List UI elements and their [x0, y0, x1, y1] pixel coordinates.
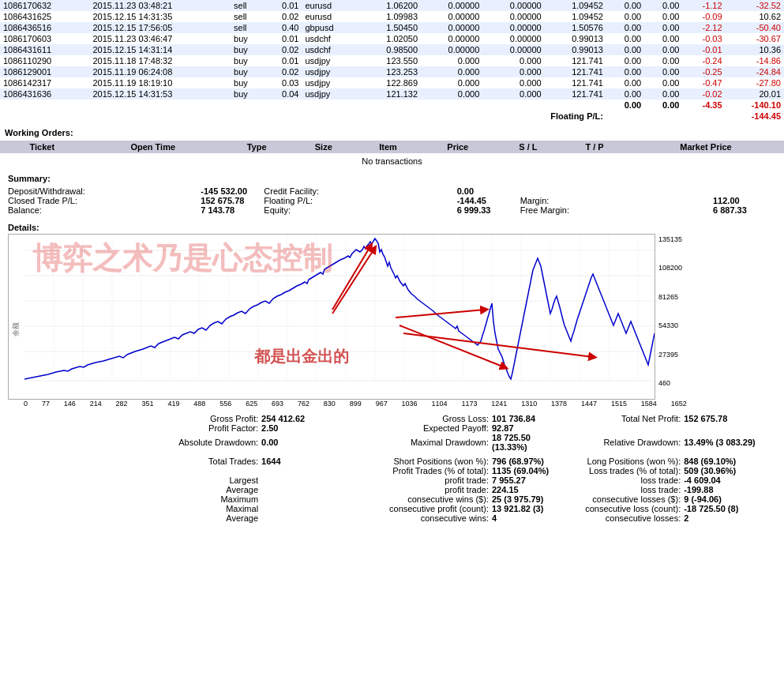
x-label: 1378	[551, 400, 567, 408]
consec-loss-label: consecutive loss (count):	[568, 504, 684, 513]
x-label: 146	[64, 400, 76, 408]
gross-loss-label: Gross Loss:	[338, 414, 492, 423]
working-orders-header: TicketOpen TimeTypeSizeItemPriceS / LT /…	[0, 141, 784, 153]
x-label: 830	[324, 400, 336, 408]
avg-consec-losses-label: consecutive losses:	[568, 513, 684, 523]
wo-column-header: Open Time	[84, 141, 222, 153]
total-net-profit-label: Total Net Profit:	[568, 414, 684, 423]
consec-loss-value: -18 725.50 (8)	[684, 504, 776, 513]
trade-row: 1086110290 2015.11.18 17:48:32 buy 0.01 …	[0, 55, 784, 66]
summary-row-2: Closed Trade P/L: 152 675.78 Floating P/…	[8, 196, 776, 205]
largest-label: Largest	[8, 475, 261, 485]
y-axis-label: 余额	[11, 322, 21, 336]
stats-row-factor: Profit Factor: 2.50 Expected Payoff: 92.…	[8, 423, 776, 433]
floating-pl-label: Floating P/L:	[264, 196, 313, 205]
maximal-label: Maximal	[8, 504, 261, 513]
wo-column-header: Market Price	[628, 141, 784, 153]
stats-row-maximal: Maximal consecutive profit (count): 13 9…	[8, 504, 776, 513]
wo-column-header: Size	[291, 141, 355, 153]
consec-profit-label: consecutive profit (count):	[338, 504, 492, 513]
chart-wrapper: 余额	[8, 234, 776, 400]
consec-profit-value: 13 921.82 (3)	[492, 504, 568, 513]
chart-container: 余额	[8, 234, 655, 400]
y-label-2: 108200	[658, 264, 682, 272]
x-label: 488	[193, 400, 205, 408]
deposit-row: Deposit/Withdrawal: -145 532.00	[8, 186, 264, 196]
profit-trade-value: 7 955.27	[492, 475, 568, 485]
total-trades-label: Total Trades:	[8, 457, 261, 466]
floating-pl-row: Floating P/L: -144.45	[0, 111, 784, 122]
consec-losses-s-value: 9 (-94.06)	[684, 494, 776, 504]
x-label: 1447	[581, 400, 597, 408]
credit-value: 0.00	[457, 186, 520, 196]
deposit-label: Deposit/Withdrawal:	[8, 186, 85, 196]
average2-label: Average	[8, 513, 261, 523]
consec-losses-s-label: consecutive losses ($):	[568, 494, 684, 504]
free-margin-value: 6 887.33	[713, 205, 776, 215]
profit-trades-value: 1135 (69.04%)	[492, 466, 568, 475]
stats-row-average2: Average consecutive wins: 4 consecutive …	[8, 513, 776, 523]
free-margin-label: Free Margin:	[520, 205, 569, 215]
trade-row: 1086431636 2015.12.15 14:31:53 buy 0.04 …	[0, 88, 784, 100]
x-label: 693	[272, 400, 283, 408]
chart-svg	[24, 235, 655, 393]
stats-row-profit-trades: Profit Trades (% of total): 1135 (69.04%…	[8, 466, 776, 475]
expected-payoff-label: Expected Payoff:	[338, 423, 492, 433]
x-label: 77	[42, 400, 50, 408]
avg-consec-wins-value: 4	[492, 513, 568, 523]
x-label: 899	[350, 400, 362, 408]
wo-column-header: Ticket	[0, 141, 84, 153]
details-section: Details: 余额	[0, 220, 784, 411]
gross-profit-value: 254 412.62	[261, 414, 338, 423]
equity-label: Equity:	[264, 205, 291, 215]
x-label: 351	[142, 400, 154, 408]
trade-row: 1086142317 2015.11.19 18:19:10 buy 0.03 …	[0, 77, 784, 88]
avg-profit-trade-value: 224.15	[492, 485, 568, 494]
x-label: 1652	[671, 400, 687, 408]
working-orders-section: Working Orders: TicketOpen TimeTypeSizeI…	[0, 122, 784, 169]
profit-trades-label: Profit Trades (% of total):	[338, 466, 492, 475]
trade-row: 1086431611 2015.12.15 14:31:14 buy 0.02 …	[0, 44, 784, 55]
consec-wins-s-value: 25 (3 975.79)	[492, 494, 568, 504]
loss-trades-label: Loss trades (% of total):	[568, 466, 684, 475]
stats-row-maximum: Maximum consecutive wins ($): 25 (3 975.…	[8, 494, 776, 504]
x-label: 1241	[491, 400, 507, 408]
short-positions-label: Short Positions (won %):	[338, 457, 492, 466]
stats-row-largest: Largest profit trade: 7 955.27 loss trad…	[8, 475, 776, 485]
x-label: 214	[90, 400, 102, 408]
maximum-label: Maximum	[8, 494, 261, 504]
expected-payoff-value: 92.87	[492, 423, 568, 433]
abs-drawdown-value: 0.00	[261, 433, 338, 452]
stats-row-trades: Total Trades: 1644 Short Positions (won …	[8, 457, 776, 466]
x-label: 0	[24, 400, 28, 408]
floating-pl-value: -144.45	[457, 196, 520, 205]
abs-drawdown-label: Absolute Drawdown:	[8, 433, 261, 452]
y-label-3: 81265	[658, 293, 682, 301]
trades-table: 1086170632 2015.11.23 03:48:21 sell 0.01…	[0, 0, 784, 122]
summary-title: Summary:	[8, 174, 776, 183]
y-axis-labels: 135135 108200 81265 54330 27395 460	[655, 234, 682, 400]
balance-value: 7 143.78	[201, 205, 264, 215]
x-label: 282	[116, 400, 128, 408]
margin-row: Margin: 112.00	[520, 196, 776, 205]
y-label-1: 135135	[658, 235, 682, 243]
average-label: Average	[8, 485, 261, 494]
rel-drawdown-value: 13.49% (3 083.29)	[684, 433, 776, 452]
equity-value: 6 999.33	[457, 205, 520, 215]
stats-section: Gross Profit: 254 412.62 Gross Loss: 101…	[0, 411, 784, 526]
wo-column-header: S / L	[495, 141, 561, 153]
trade-row: 1086431625 2015.12.15 14:31:35 sell 0.02…	[0, 11, 784, 22]
margin-label: Margin:	[520, 196, 550, 205]
avg-profit-trade-label: profit trade:	[338, 485, 492, 494]
consec-wins-s-label: consecutive wins ($):	[338, 494, 492, 504]
gross-loss-value: 101 736.84	[492, 414, 568, 423]
x-label: 419	[167, 400, 179, 408]
rel-drawdown-label: Relative Drawdown:	[568, 433, 684, 452]
profit-factor-label: Profit Factor:	[8, 423, 261, 433]
stats-row-average: Average profit trade: 224.15 loss trade:…	[8, 485, 776, 494]
x-label: 967	[376, 400, 388, 408]
trade-row: 1086129001 2015.11.19 06:24:08 buy 0.02 …	[0, 66, 784, 77]
x-label: 1104	[431, 400, 447, 408]
x-label: 1173	[461, 400, 477, 408]
x-axis-labels: 0771462142823514194885566256937628308999…	[24, 400, 687, 408]
